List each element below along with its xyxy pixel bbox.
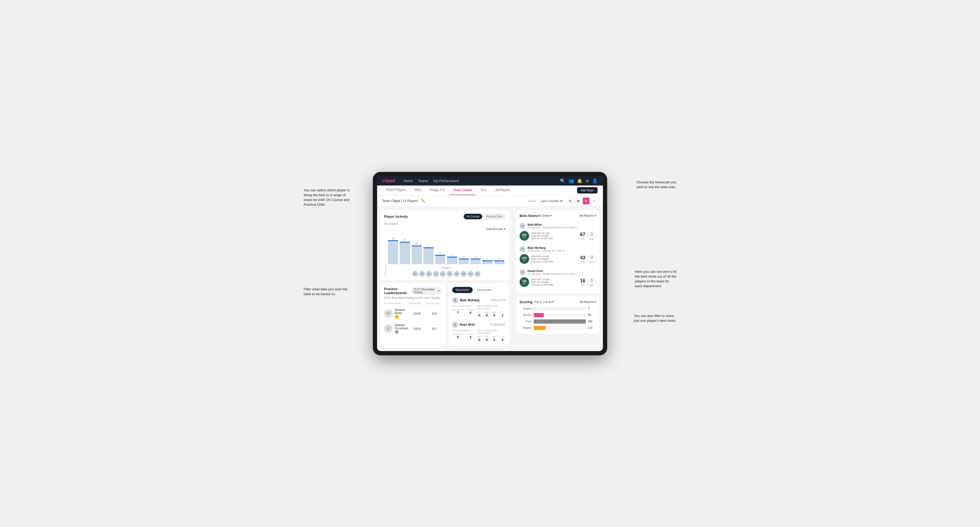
putt-label: PUTT	[500, 336, 506, 338]
putt-stat: PUTT 1	[500, 311, 506, 317]
best-shots-header: Best Shots All Shots ▾ All Players ▾	[520, 214, 596, 218]
bar	[388, 240, 398, 264]
shot-card[interactable]: M Matt Miller 09 Jun 2023 · Royal North …	[520, 221, 596, 243]
plus-circle-icon[interactable]: ⊕	[585, 178, 589, 183]
nav-home[interactable]: Home	[403, 179, 413, 183]
practice-activities-values: GTT 0 APP 0 ARG 0 PUTT 1	[477, 311, 506, 317]
chart-filter[interactable]: Total Rounds ▾	[486, 227, 506, 231]
chevron-down-icon: ▾	[594, 300, 596, 304]
leaderboard-header: Practice Leaderboards PUTT Must Make Put…	[384, 287, 442, 295]
bar-col: 4	[447, 232, 457, 264]
users-icon[interactable]: 👥	[568, 178, 574, 183]
tab-all-players[interactable]: All Players	[492, 186, 514, 195]
tab-pgat-players[interactable]: PGAT Players	[382, 186, 410, 195]
leaderboard-row[interactable]: E Edward Crossman 2 18/20 107	[384, 321, 442, 337]
nav-links: Home Teams My Performance	[403, 179, 554, 183]
tab-pga[interactable]: PGA	[411, 186, 425, 195]
all-players-filter[interactable]: All Players ▾	[579, 214, 596, 217]
bar	[482, 260, 492, 264]
search-icon[interactable]: 🔍	[560, 178, 565, 183]
show-label: Show:	[528, 199, 536, 203]
tablet-screen: clippd Home Teams My Performance 🔍 👥 🔔 ⊕…	[377, 176, 603, 351]
col-player-name: PLAYER NAME	[384, 302, 408, 305]
player-avatar: BB	[419, 271, 425, 277]
bar	[400, 242, 410, 264]
shot-card[interactable]: B Blair McHarg 23 Jul 2023 · Ashridge GC…	[520, 243, 596, 267]
badge-sub: SG	[523, 259, 526, 261]
player-avatar: GB	[447, 271, 453, 277]
scoring-bars: Eagles 3 Birdies 96 Pars 499 Bogeys 115	[520, 306, 596, 330]
edit-team-icon[interactable]: ✏️	[421, 199, 426, 203]
app-stat: APP 0	[485, 336, 489, 342]
grid2-view-icon[interactable]: ▦	[575, 197, 582, 205]
add-team-button[interactable]: Add Team	[577, 187, 598, 194]
shot-metrics: 200 SG Shot Dist: 43 yds Start Lie: Roug…	[520, 254, 596, 264]
scoring-header: Scoring Par 3, 4 & 5s ▾ All Players ▾	[520, 300, 596, 304]
tournament-value: 7	[452, 311, 463, 314]
grid-view-icon[interactable]: ⊞	[567, 197, 574, 205]
yards1-value: 67	[580, 232, 585, 237]
active-player-header: B Blair McHarg 26 Aug 2023	[452, 297, 506, 303]
scoring-bar-wrap	[534, 326, 586, 330]
chevron-down-icon: ▾	[594, 214, 596, 217]
scoring-value: 115	[588, 326, 596, 329]
practice-drills-toggle[interactable]: Practice Drills	[483, 214, 506, 219]
heart-view-icon[interactable]: ♥	[583, 197, 590, 205]
gtt-label: GTT	[477, 336, 482, 338]
chevron-right-icon: ›	[579, 270, 581, 275]
activity-section-label: On Course	[384, 222, 506, 225]
activity-toggle-group: On Course Practice Drills	[464, 214, 506, 219]
nav-my-performance[interactable]: My Performance	[434, 179, 459, 183]
chevron-right-icon: ›	[579, 224, 580, 229]
avatar: E	[384, 324, 393, 333]
chevron-down-icon: ▾	[550, 214, 552, 217]
scoring-players-filter[interactable]: All Players ▾	[580, 300, 596, 304]
shot-dist-info: Shot Dist: 43 yds Start Lie: Rough End L…	[531, 255, 578, 263]
yards2-value: 0	[590, 232, 593, 237]
shot-player-info: M Matt Miller 09 Jun 2023 · Royal North …	[520, 223, 596, 229]
avatar: R	[452, 322, 458, 328]
nav-teams[interactable]: Teams	[418, 179, 428, 183]
tab-hcaps[interactable]: Hcaps 1-5	[426, 186, 448, 195]
shot-card[interactable]: D David Ford 24 Aug 2023 · Royal North D…	[520, 267, 596, 290]
practice-value: 4	[466, 335, 474, 339]
avatar: D	[520, 269, 525, 275]
bar-value: 2	[499, 257, 500, 260]
scoring-bar	[534, 326, 546, 330]
bell-icon[interactable]: 🔔	[577, 178, 582, 183]
scoring-card: Scoring Par 3, 4 & 5s ▾ All Players ▾	[516, 296, 600, 334]
least-active-tab[interactable]: Least Active	[474, 287, 495, 293]
most-active-tab[interactable]: Most Active	[452, 287, 473, 293]
bar-col: 9	[423, 232, 434, 264]
pb-score: 19/20	[409, 312, 425, 315]
shot-player-details: Matt Miller 09 Jun 2023 · Royal North De…	[528, 223, 577, 229]
page-wrapper: You can select which player is doing the…	[304, 172, 676, 355]
time-range-select[interactable]: Last 3 months Last month Last 6 months L…	[539, 199, 563, 203]
on-course-toggle[interactable]: On Course	[464, 214, 482, 219]
tab-team-clippd[interactable]: Team Clippd	[449, 186, 476, 195]
user-icon[interactable]: 👤	[592, 178, 598, 183]
practice-activities-label: Total Practice Activities	[477, 305, 506, 310]
leaderboard-filter[interactable]: PUTT Must Make Putting ... ▾	[411, 287, 442, 295]
chart-area: 13 12 10 9 5 4 3 3	[387, 232, 506, 277]
end-lie: End Lie: In The Hole	[531, 237, 578, 240]
tab-tour[interactable]: Tour	[477, 186, 490, 195]
all-shots-label: All Shots	[538, 214, 549, 217]
bar-value: 5	[440, 252, 441, 254]
par-filter[interactable]: Par 3, 4 & 5s ▾	[535, 300, 554, 304]
badge-number: 200	[522, 233, 527, 237]
rounds-label: Total Rounds	[452, 329, 475, 332]
all-shots-filter[interactable]: All Shots ▾	[538, 214, 552, 217]
active-tabs: Most Active Least Active	[452, 287, 506, 293]
app-label: APP	[485, 336, 489, 338]
list-view-icon[interactable]: ≡	[591, 197, 598, 205]
shot-dist: Shot Dist: 67 yds	[531, 232, 578, 235]
leaderboard-row[interactable]: R Richard Butler 1 19/20 110	[384, 306, 442, 321]
bar-highlight	[412, 245, 422, 246]
bar-col: 2	[482, 232, 492, 264]
bar-value: 9	[428, 244, 429, 247]
scoring-bar	[534, 319, 586, 324]
active-player-header: R Rees Britt 02 Sep 2023	[452, 322, 506, 328]
tournament-stat: Tournament 7	[452, 308, 463, 314]
annotation-bottom-right2: You can also filter to show just one pla…	[634, 314, 676, 323]
